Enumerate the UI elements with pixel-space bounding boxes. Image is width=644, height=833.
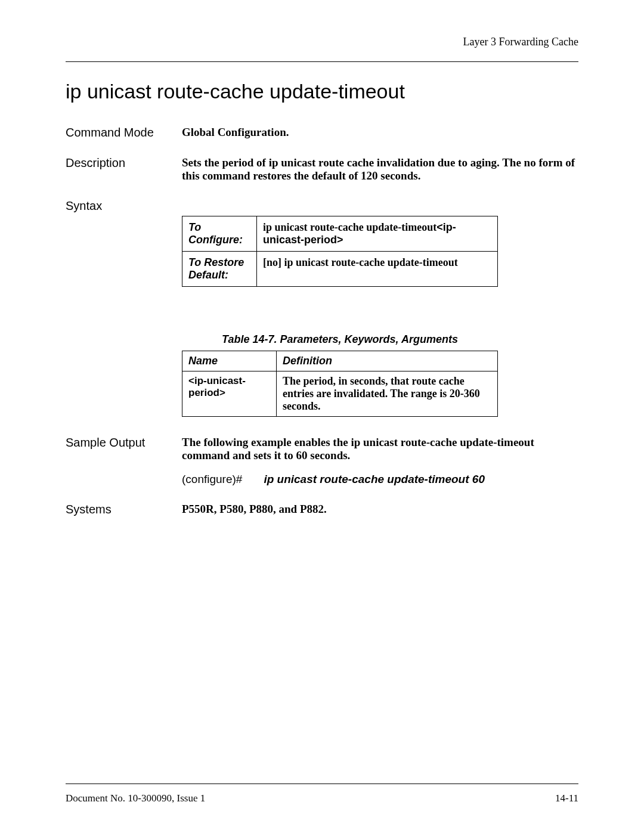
page: Layer 3 Forwarding Cache ip unicast rout…: [0, 0, 644, 833]
systems-label: Systems: [66, 503, 182, 516]
param-table-caption: Table 14-7. Parameters, Keywords, Argume…: [182, 333, 498, 346]
sample-command: ip unicast route-cache update-timeout 60: [264, 473, 485, 486]
description-value: Sets the period of ip unicast route cach…: [182, 156, 578, 182]
table-header-row: Name Definition: [182, 351, 498, 371]
sample-output-row: Sample Output The following example enab…: [66, 436, 578, 486]
sample-prompt: (configure)#: [182, 473, 242, 486]
syntax-cmd-bold: ip unicast route-cache update-timeout: [263, 221, 436, 233]
param-header-definition: Definition: [277, 351, 498, 371]
sample-output-label: Sample Output: [66, 436, 182, 486]
footer-page-number: 14-11: [555, 792, 578, 804]
syntax-row-content: ip unicast route-cache update-timeout<ip…: [257, 216, 498, 252]
syntax-table: To Configure: ip unicast route-cache upd…: [182, 216, 498, 287]
table-row: To Restore Default: [no] ip unicast rout…: [182, 252, 498, 287]
section-header: Layer 3 Forwarding Cache: [66, 36, 578, 48]
syntax-row-label: To Restore Default:: [182, 252, 257, 287]
param-header-name: Name: [182, 351, 277, 371]
table-row: To Configure: ip unicast route-cache upd…: [182, 216, 498, 252]
command-mode-value: Global Configuration.: [182, 126, 578, 140]
syntax-content: To Configure: ip unicast route-cache upd…: [182, 199, 578, 287]
page-title: ip unicast route-cache update-timeout: [66, 80, 578, 103]
sample-output-text: The following example enables the ip uni…: [182, 436, 578, 462]
syntax-row-label: To Configure:: [182, 216, 257, 252]
systems-row: Systems P550R, P580, P880, and P882.: [66, 503, 578, 516]
footer-row: Document No. 10-300090, Issue 1 14-11: [66, 792, 578, 804]
description-label: Description: [66, 156, 182, 182]
syntax-label: Syntax: [66, 199, 182, 287]
page-footer: Document No. 10-300090, Issue 1 14-11: [66, 784, 578, 804]
command-mode-label: Command Mode: [66, 126, 182, 140]
footer-rule: [66, 784, 578, 784]
param-definition: The period, in seconds, that route cache…: [277, 371, 498, 417]
sample-output-content: The following example enables the ip uni…: [182, 436, 578, 486]
syntax-cmd-bold: [no] ip unicast route-cache update-timeo…: [263, 256, 458, 268]
command-mode-row: Command Mode Global Configuration.: [66, 126, 578, 140]
table-row: <ip-unicast-period> The period, in secon…: [182, 371, 498, 417]
description-row: Description Sets the period of ip unicas…: [66, 156, 578, 182]
syntax-row-content: [no] ip unicast route-cache update-timeo…: [257, 252, 498, 287]
syntax-row: Syntax To Configure: ip unicast route-ca…: [66, 199, 578, 287]
header-rule: [66, 61, 578, 62]
param-name: <ip-unicast-period>: [182, 371, 277, 417]
sample-output-line: (configure)# ip unicast route-cache upda…: [182, 473, 578, 486]
param-table: Name Definition <ip-unicast-period> The …: [182, 351, 498, 417]
footer-document-number: Document No. 10-300090, Issue 1: [66, 792, 205, 804]
systems-value: P550R, P580, P880, and P882.: [182, 503, 578, 516]
